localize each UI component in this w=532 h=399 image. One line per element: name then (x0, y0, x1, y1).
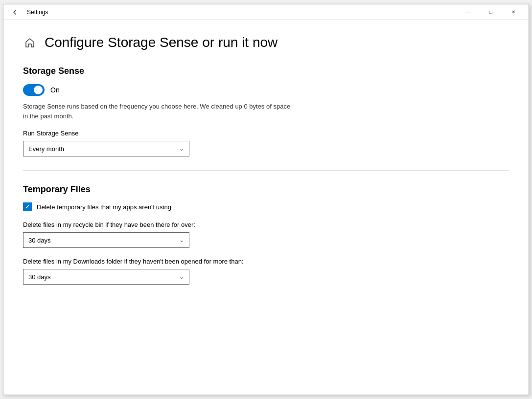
run-storage-sense-dropdown[interactable]: Every month ⌄ (23, 141, 189, 156)
section-divider (23, 170, 509, 171)
settings-window: Settings ─ □ ✕ Configure Storage Sense o… (3, 4, 529, 395)
titlebar-left: Settings (7, 5, 48, 20)
recycle-bin-dropdown[interactable]: 30 days ⌄ (23, 232, 189, 248)
back-button[interactable] (7, 5, 22, 20)
run-storage-sense-label: Run Storage Sense (23, 130, 509, 137)
toggle-thumb (34, 86, 43, 94)
storage-sense-description: Storage Sense runs based on the frequenc… (23, 102, 292, 121)
delete-temp-files-label: Delete temporary files that my apps aren… (37, 203, 171, 211)
page-header: Configure Storage Sense or run it now (23, 35, 509, 50)
main-content: Configure Storage Sense or run it now St… (3, 20, 529, 395)
downloads-label: Delete files in my Downloads folder if t… (23, 258, 317, 265)
toggle-label: On (50, 86, 60, 94)
downloads-dropdown[interactable]: 30 days ⌄ (23, 269, 189, 285)
run-storage-sense-value: Every month (28, 145, 64, 153)
run-storage-sense-chevron: ⌄ (179, 145, 184, 152)
recycle-bin-label: Delete files in my recycle bin if they h… (23, 221, 317, 228)
home-icon[interactable] (23, 36, 37, 49)
page-title: Configure Storage Sense or run it now (45, 35, 278, 50)
window-title: Settings (27, 9, 48, 16)
recycle-bin-value: 30 days (28, 237, 51, 244)
titlebar: Settings ─ □ ✕ (3, 4, 529, 20)
storage-sense-toggle[interactable] (23, 84, 45, 96)
temporary-files-title: Temporary Files (23, 184, 509, 195)
delete-temp-files-row: ✓ Delete temporary files that my apps ar… (23, 202, 509, 211)
downloads-value: 30 days (28, 273, 51, 281)
storage-sense-section: Storage Sense On Storage Sense runs base… (23, 66, 509, 156)
window-controls: ─ □ ✕ (457, 4, 525, 20)
delete-temp-files-checkbox[interactable]: ✓ (23, 202, 32, 211)
storage-sense-title: Storage Sense (23, 66, 509, 76)
downloads-chevron: ⌄ (179, 273, 184, 280)
maximize-button[interactable]: □ (480, 4, 502, 20)
recycle-bin-chevron: ⌄ (179, 237, 184, 244)
temporary-files-section: Temporary Files ✓ Delete temporary files… (23, 184, 509, 285)
close-button[interactable]: ✕ (502, 4, 525, 20)
checkmark-icon: ✓ (25, 204, 30, 210)
minimize-button[interactable]: ─ (457, 4, 480, 20)
storage-sense-toggle-row: On (23, 84, 509, 96)
